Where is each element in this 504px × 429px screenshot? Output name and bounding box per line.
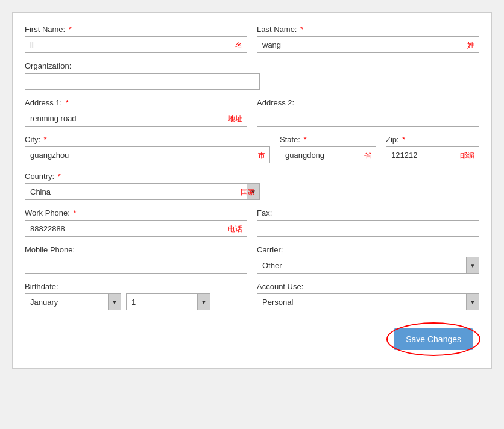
mobile-phone-wrapper — [25, 257, 247, 274]
mobile-phone-label: Mobile Phone: — [25, 245, 247, 254]
last-name-group: Last Name: * 姓 — [257, 25, 479, 53]
birthdate-group: Birthdate: JanuaryFebruaryMarch AprilMay… — [25, 282, 247, 310]
footer-row: Save Changes — [25, 328, 479, 350]
zip-wrapper: 邮编 — [386, 146, 479, 163]
row-address: Address 1: * 地址 Address 2: — [25, 98, 479, 127]
row-city-state-zip: City: * 市 State: * 省 Zip: * 邮编 — [25, 135, 479, 163]
work-phone-input[interactable] — [25, 220, 247, 237]
first-name-label: First Name: * — [25, 25, 247, 34]
country-group: Country: * China USA UK Japan Other 国家 — [25, 172, 260, 200]
address2-group: Address 2: — [257, 98, 479, 127]
zip-input[interactable] — [386, 146, 479, 163]
birthdate-day-wrapper: 12345 678910 1112131415 1617181920 21222… — [126, 293, 210, 310]
address1-group: Address 1: * 地址 — [25, 98, 247, 127]
state-group: State: * 省 — [280, 135, 376, 163]
save-button[interactable]: Save Changes — [394, 328, 473, 350]
organization-label: Organization: — [25, 61, 479, 70]
account-use-select[interactable]: Personal Business Other — [257, 293, 479, 310]
account-use-select-wrapper: Personal Business Other — [257, 293, 479, 310]
address2-input[interactable] — [257, 110, 479, 127]
address1-label: Address 1: * — [25, 98, 247, 107]
save-button-highlight: Save Changes — [394, 328, 473, 350]
birthdate-month-select[interactable]: JanuaryFebruaryMarch AprilMayJune JulyAu… — [25, 293, 121, 310]
city-input[interactable] — [25, 146, 270, 163]
row-organization: Organization: — [25, 61, 479, 90]
last-name-label: Last Name: * — [257, 25, 479, 34]
carrier-select-wrapper: Other AT&T Verizon T-Mobile Sprint — [257, 257, 479, 274]
country-select[interactable]: China USA UK Japan Other — [25, 183, 260, 200]
country-select-wrapper: China USA UK Japan Other 国家 — [25, 183, 260, 200]
row-birthdate-account: Birthdate: JanuaryFebruaryMarch AprilMay… — [25, 282, 479, 310]
city-wrapper: 市 — [25, 146, 270, 163]
fax-group: Fax: — [257, 208, 479, 237]
zip-group: Zip: * 邮编 — [386, 135, 479, 163]
row-name: First Name: * 名 Last Name: * 姓 — [25, 25, 479, 53]
organization-group: Organization: — [25, 61, 479, 90]
fax-wrapper — [257, 220, 479, 237]
work-phone-label: Work Phone: * — [25, 208, 247, 218]
mobile-phone-group: Mobile Phone: — [25, 245, 247, 274]
address1-wrapper: 地址 — [25, 110, 247, 127]
birthdate-inputs: JanuaryFebruaryMarch AprilMayJune JulyAu… — [25, 293, 247, 310]
birthdate-month-wrapper: JanuaryFebruaryMarch AprilMayJune JulyAu… — [25, 293, 121, 310]
last-name-input[interactable] — [257, 36, 479, 53]
country-label: Country: * — [25, 172, 260, 181]
zip-label: Zip: * — [386, 135, 479, 144]
fax-label: Fax: — [257, 208, 479, 218]
work-phone-wrapper: 电话 — [25, 220, 247, 237]
state-input[interactable] — [280, 146, 376, 163]
address2-label: Address 2: — [257, 98, 479, 107]
carrier-select[interactable]: Other AT&T Verizon T-Mobile Sprint — [257, 257, 479, 274]
city-group: City: * 市 — [25, 135, 270, 163]
state-label: State: * — [280, 135, 376, 144]
birthdate-day-select[interactable]: 12345 678910 1112131415 1617181920 21222… — [126, 293, 210, 310]
form-container: First Name: * 名 Last Name: * 姓 Organizat… — [12, 12, 492, 369]
address2-wrapper — [257, 110, 479, 127]
organization-wrapper — [25, 73, 479, 90]
first-name-group: First Name: * 名 — [25, 25, 247, 53]
state-wrapper: 省 — [280, 146, 376, 163]
carrier-group: Carrier: Other AT&T Verizon T-Mobile Spr… — [257, 245, 479, 274]
address1-input[interactable] — [25, 110, 247, 127]
row-phone-fax: Work Phone: * 电话 Fax: — [25, 208, 479, 237]
mobile-phone-input[interactable] — [25, 257, 247, 274]
work-phone-group: Work Phone: * 电话 — [25, 208, 247, 237]
account-use-group: Account Use: Personal Business Other — [257, 282, 479, 310]
row-country: Country: * China USA UK Japan Other 国家 — [25, 172, 479, 200]
organization-input[interactable] — [25, 73, 260, 90]
birthdate-label: Birthdate: — [25, 282, 247, 291]
fax-input[interactable] — [257, 220, 479, 237]
first-name-input[interactable] — [25, 36, 247, 53]
account-use-label: Account Use: — [257, 282, 479, 291]
row-mobile-carrier: Mobile Phone: Carrier: Other AT&T Verizo… — [25, 245, 479, 274]
last-name-wrapper: 姓 — [257, 36, 479, 53]
city-label: City: * — [25, 135, 270, 144]
carrier-label: Carrier: — [257, 245, 479, 254]
first-name-wrapper: 名 — [25, 36, 247, 53]
